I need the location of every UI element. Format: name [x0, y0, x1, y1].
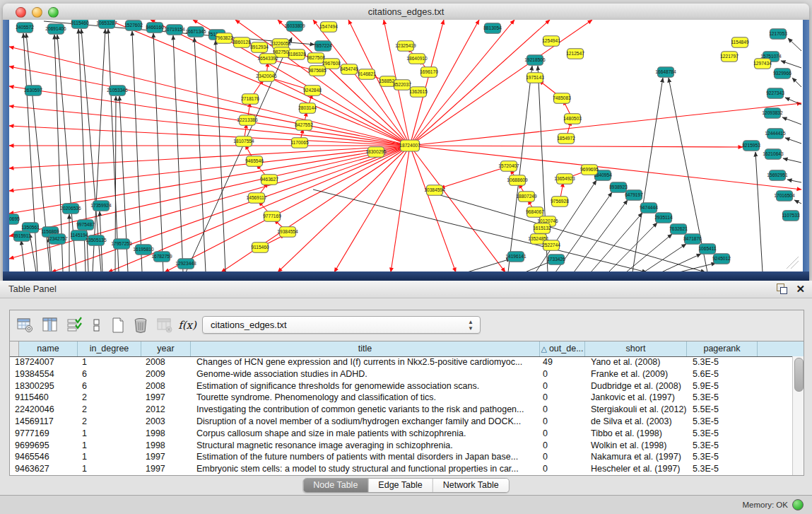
- cell-short[interactable]: Yano et al. (2008): [585, 356, 687, 368]
- graph-node[interactable]: 1854972: [557, 134, 575, 144]
- cell-out_de[interactable]: 0: [540, 404, 585, 416]
- table-row[interactable]: 911546021997Tourette syndrome. Phenomeno…: [10, 392, 793, 404]
- column-header-title[interactable]: title: [191, 341, 540, 356]
- cell-name[interactable]: 19384554: [10, 368, 78, 380]
- tab-node-table[interactable]: Node Table: [303, 479, 368, 492]
- graph-node[interactable]: 17359924: [90, 201, 112, 211]
- cell-in_degree[interactable]: 6: [78, 368, 141, 380]
- graph-node[interactable]: 3915911: [13, 231, 31, 242]
- cell-short[interactable]: Stergiakouli et al. (2012): [585, 404, 687, 416]
- column-width-button[interactable]: [88, 316, 106, 334]
- cell-name[interactable]: 18300295: [10, 380, 78, 392]
- graph-node[interactable]: 7485083: [553, 93, 571, 104]
- graph-node[interactable]: 18640910: [406, 54, 428, 64]
- graph-node[interactable]: 10719154: [164, 25, 185, 35]
- graph-edge[interactable]: [313, 189, 647, 271]
- graph-node[interactable]: 18807249: [516, 192, 537, 202]
- cell-name[interactable]: 9463627: [10, 463, 78, 475]
- graph-edge[interactable]: [787, 180, 801, 182]
- column-header-in_degree[interactable]: in_degree: [78, 341, 141, 356]
- graph-node[interactable]: 9474444: [640, 203, 658, 214]
- graph-node[interactable]: 1975143: [526, 73, 544, 83]
- tab-network-table[interactable]: Network Table: [433, 479, 509, 492]
- graph-node[interactable]: 8466160: [146, 23, 164, 33]
- graph-node[interactable]: 8215953: [742, 141, 760, 151]
- graph-node[interactable]: 1733426: [547, 255, 565, 265]
- graph-edge[interactable]: [165, 146, 410, 271]
- graph-node[interactable]: 18300295: [365, 147, 387, 158]
- cell-out_de[interactable]: 0: [540, 416, 585, 428]
- cell-name[interactable]: 22420046: [10, 404, 78, 416]
- graph-node[interactable]: 1221797: [720, 52, 739, 62]
- graph-node[interactable]: 1217053: [769, 29, 787, 40]
- graph-node[interactable]: 7963822: [215, 33, 233, 44]
- table-row[interactable]: 946362711997Embryonic stem cells: a mode…: [10, 463, 793, 475]
- table-row[interactable]: 969969511998Structural magnetic resonanc…: [10, 440, 793, 452]
- graph-node[interactable]: 9245012: [712, 254, 731, 264]
- table-row[interactable]: 1456911722003Disruption of a novel membe…: [10, 416, 793, 428]
- graph-node[interactable]: 9684067: [526, 207, 544, 218]
- float-panel-icon[interactable]: [777, 284, 787, 294]
- cell-name[interactable]: 9699695: [10, 440, 78, 452]
- graph-edge[interactable]: [410, 146, 743, 147]
- graph-node[interactable]: 12093832: [762, 108, 783, 119]
- cell-year[interactable]: 1998: [141, 428, 191, 440]
- cell-pagerank[interactable]: 5.3E-5: [687, 440, 758, 452]
- graph-edge[interactable]: [9, 86, 410, 146]
- graph-edge[interactable]: [783, 158, 801, 163]
- close-panel-icon[interactable]: ✕: [796, 284, 805, 294]
- graph-node[interactable]: 1170065: [290, 138, 309, 148]
- graph-node[interactable]: 19384554: [277, 227, 298, 238]
- graph-node[interactable]: 9777169: [263, 211, 281, 222]
- cell-title[interactable]: Investigating the contribution of common…: [191, 404, 540, 416]
- graph-node[interactable]: 13505135: [86, 235, 107, 246]
- column-header-out_de[interactable]: △out_de...: [540, 341, 585, 356]
- graph-node[interactable]: 15720407: [498, 161, 519, 172]
- cell-out_de[interactable]: 0: [540, 392, 585, 404]
- cell-out_de[interactable]: 0: [540, 380, 585, 392]
- graph-edge[interactable]: [755, 152, 763, 271]
- graph-node[interactable]: 18107554: [233, 136, 254, 147]
- graph-node[interactable]: 8860128: [233, 37, 251, 48]
- cell-in_degree[interactable]: 1: [78, 356, 141, 368]
- cell-short[interactable]: Franke et al. (2009): [585, 368, 687, 380]
- graph-edge[interactable]: [626, 234, 672, 271]
- select-rows-button[interactable]: [65, 316, 83, 334]
- cell-name[interactable]: 18724007: [10, 356, 78, 368]
- graph-node[interactable]: 18724007: [399, 140, 420, 151]
- cell-short[interactable]: Jankovic et al. (1997): [585, 392, 687, 404]
- graph-node[interactable]: 1527602: [124, 21, 143, 31]
- cell-year[interactable]: 1997: [141, 392, 191, 404]
- graph-edge[interactable]: [467, 259, 511, 271]
- graph-edge[interactable]: [410, 146, 505, 271]
- graph-edge[interactable]: [781, 61, 801, 68]
- cell-short[interactable]: de Silva et al. (2003): [585, 416, 687, 428]
- graph-node[interactable]: 2803144: [298, 103, 317, 114]
- graph-node[interactable]: 17016504: [774, 191, 795, 201]
- cell-in_degree[interactable]: 2: [78, 404, 141, 416]
- table-row[interactable]: 1872400712008Changes of HCN gene express…: [10, 356, 793, 368]
- graph-node[interactable]: 9329966: [773, 69, 792, 79]
- graph-edge[interactable]: [334, 146, 410, 271]
- cell-title[interactable]: Tourette syndrome. Phenomenology and cla…: [191, 392, 540, 404]
- graph-node[interactable]: 1154849: [731, 37, 749, 48]
- graph-edge[interactable]: [9, 66, 410, 146]
- graph-node[interactable]: 2630597: [24, 86, 42, 96]
- delete-column-button[interactable]: [155, 316, 174, 334]
- graph-edge[interactable]: [410, 20, 444, 146]
- graph-edge[interactable]: [410, 146, 456, 271]
- graph-node[interactable]: 8427552: [295, 120, 313, 131]
- graph-node[interactable]: 13654923: [554, 174, 575, 185]
- graph-node[interactable]: 9465546: [245, 156, 264, 167]
- graph-edge[interactable]: [9, 146, 410, 168]
- cell-title[interactable]: Disruption of a novel member of a sodium…: [191, 416, 540, 428]
- cell-title[interactable]: Corpus callosum shape and size in male p…: [191, 428, 540, 440]
- graph-node[interactable]: 8522037: [393, 80, 411, 90]
- graph-edge[interactable]: [632, 78, 663, 271]
- graph-edge[interactable]: [194, 37, 206, 271]
- graph-node[interactable]: 1254941: [542, 36, 560, 47]
- cell-year[interactable]: 2008: [141, 356, 191, 368]
- graph-edge[interactable]: [785, 98, 801, 105]
- graph-node[interactable]: 15692951: [767, 170, 788, 181]
- cell-name[interactable]: 9465546: [10, 451, 78, 463]
